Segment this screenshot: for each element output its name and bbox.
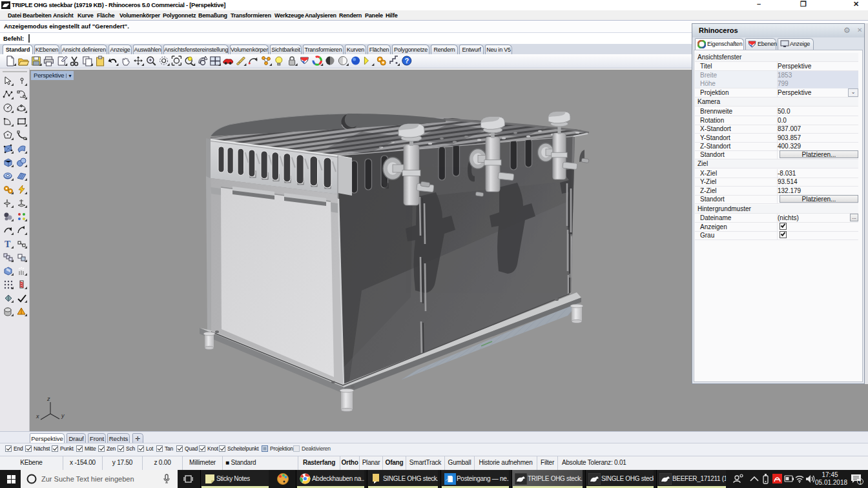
svg-text:x: x [36, 413, 39, 420]
svg-text:z: z [46, 396, 50, 402]
svg-text:y: y [61, 412, 65, 419]
svg-text:T: T [5, 239, 11, 249]
svg-text:1: 1 [859, 480, 862, 485]
svg-text:?: ? [404, 57, 409, 65]
